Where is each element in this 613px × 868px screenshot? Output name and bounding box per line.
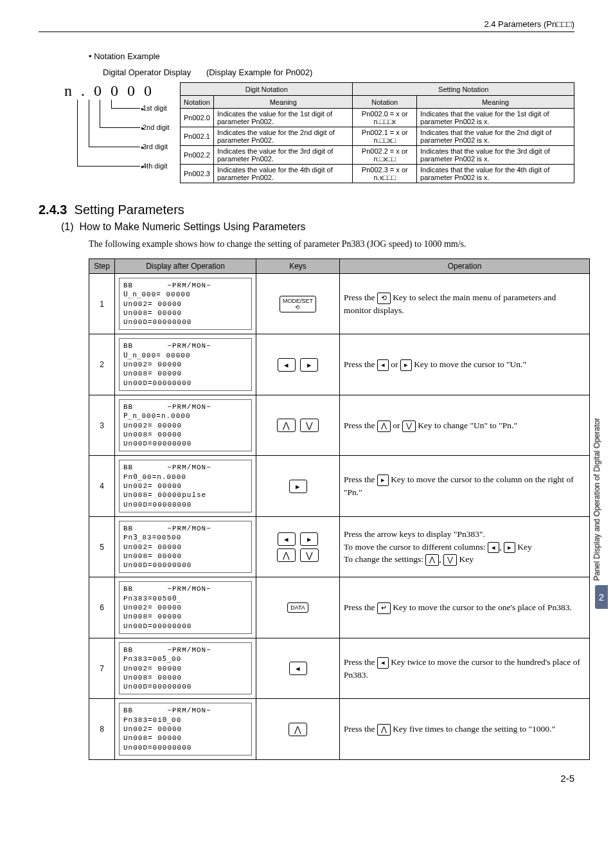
- down-key: ⋁: [300, 419, 319, 432]
- steps-table: Step Display after Operation Keys Operat…: [89, 258, 590, 760]
- diagram-value: n . 0 0 0 0: [64, 82, 180, 100]
- section-title: Setting Parameters: [75, 203, 184, 217]
- th-step: Step: [89, 259, 115, 274]
- notation-block: n . 0 0 0 0 1st digit 2nd digit 3rd digi…: [64, 82, 574, 183]
- table-cell: Indicates the value for the 1st digit of…: [213, 109, 353, 127]
- header-rule: [39, 32, 574, 32]
- up-key: ⋀: [277, 548, 296, 562]
- subsection-heading: (1) How to Make Numeric Settings Using P…: [61, 221, 574, 233]
- table-cell: Pn002.2 = x or n.□x□□: [353, 146, 417, 165]
- keys-cell: MODE/SET⟲: [256, 274, 340, 334]
- table-cell: Indicates that the value for the 1st dig…: [417, 109, 574, 127]
- table-cell: Indicates the value for the 2nd digit of…: [213, 127, 353, 146]
- dop-example: (Display Example for Pn002): [206, 68, 312, 77]
- dop-line: Digital Operator Display (Display Exampl…: [103, 68, 574, 77]
- keys-cell: ⋀: [256, 699, 340, 759]
- section-heading: 2.4.3 Setting Parameters: [39, 203, 574, 217]
- right-key: ▸: [289, 480, 307, 493]
- table-cell: Indicates that the value for the 3rd dig…: [417, 146, 574, 165]
- subsection-number: (1): [61, 221, 74, 232]
- section-number: 2.4.3: [39, 203, 67, 217]
- th-keys: Keys: [256, 259, 340, 274]
- lcd-display: BB −PRM/MON− Pn383=010̲00 Un002= 00000 U…: [115, 699, 256, 759]
- operation-cell: Press the ⟲ Key to select the main menu …: [340, 274, 590, 334]
- table-row: 7BB −PRM/MON− Pn383=005̲00 Un002= 00000 …: [89, 638, 590, 698]
- header-crumb: 2.4 Parameters (Pn□□□): [39, 19, 574, 29]
- keys-cell: ◂ ▸⋀ ⋁: [256, 516, 340, 577]
- table-row: 2BB −PRM/MON− U̲n̲000= 00000 Un002= 0000…: [89, 334, 590, 395]
- digit-diagram: n . 0 0 0 0 1st digit 2nd digit 3rd digi…: [64, 82, 180, 183]
- operation-cell: Press the ◂ Key twice to move the cursor…: [340, 638, 590, 698]
- table-cell: Indicates the value for the 3rd digit of…: [213, 146, 353, 165]
- dop-label: Digital Operator Display: [103, 68, 191, 77]
- table-cell: Pn002.0 = x or n.□□□x: [353, 109, 417, 127]
- th-notation-2: Notation: [353, 96, 417, 109]
- table-cell: Indicates that the value for the 4th dig…: [417, 165, 574, 183]
- up-key: ⋀: [277, 419, 296, 432]
- th-digit-notation: Digit Notation: [181, 83, 353, 96]
- th-setting-notation: Setting Notation: [353, 83, 574, 96]
- modeset-key: MODE/SET⟲: [280, 296, 316, 312]
- step-number: 7: [89, 638, 115, 698]
- lcd-display: BB −PRM/MON− Pn0̲00=n.0000 Un002= 00000 …: [115, 456, 256, 516]
- sidebar-chapter-badge: 2: [595, 585, 608, 609]
- right-key: ▸: [300, 358, 318, 372]
- table-cell: Indicates the value for the 4th digit of…: [213, 165, 353, 183]
- lcd-display: BB −PRM/MON− Pn3̲83=00500 Un002= 00000 U…: [115, 516, 256, 577]
- keys-cell: DATA: [256, 577, 340, 638]
- digit-2-label: 2nd digit: [143, 123, 170, 131]
- step-number: 8: [89, 699, 115, 759]
- subsection-title: How to Make Numeric Settings Using Param…: [79, 221, 305, 232]
- th-operation: Operation: [340, 259, 590, 274]
- table-row: 8BB −PRM/MON− Pn383=010̲00 Un002= 00000 …: [89, 699, 590, 759]
- operation-cell: Press the ◂ or ▸ Key to move the cursor …: [340, 334, 590, 395]
- notation-example-label: • Notation Example: [89, 51, 574, 61]
- left-key: ◂: [289, 662, 307, 675]
- th-notation-1: Notation: [181, 96, 214, 109]
- th-meaning-2: Meaning: [417, 96, 574, 109]
- down-key: ⋁: [300, 548, 319, 562]
- step-number: 1: [89, 274, 115, 334]
- lcd-display: BB −PRM/MON− U̲n̲000= 00000 Un002= 00000…: [115, 334, 256, 395]
- operation-cell: Press the arrow keys to display "Pn383".…: [340, 516, 590, 577]
- table-cell: Pn002.1 = x or n.□□x□: [353, 127, 417, 146]
- digit-4-label: 4th digit: [143, 162, 168, 170]
- operation-cell: Press the ▸ Key to move the cursor to th…: [340, 456, 590, 516]
- table-row: 6BB −PRM/MON− Pn383=00500̲ Un002= 00000 …: [89, 577, 590, 638]
- left-key: ◂: [278, 532, 296, 546]
- table-cell: Pn002.3 = x or n.x□□□: [353, 165, 417, 183]
- keys-cell: ◂: [256, 638, 340, 698]
- table-cell: Pn002.2: [181, 146, 214, 165]
- lcd-display: BB −PRM/MON− Pn383=005̲00 Un002= 00000 U…: [115, 638, 256, 698]
- lcd-display: BB −PRM/MON− Pn383=00500̲ Un002= 00000 U…: [115, 577, 256, 638]
- step-number: 3: [89, 395, 115, 455]
- table-row: 5BB −PRM/MON− Pn3̲83=00500 Un002= 00000 …: [89, 516, 590, 577]
- step-number: 4: [89, 456, 115, 516]
- operation-cell: Press the ⋀ Key five times to change the…: [340, 699, 590, 759]
- lcd-display: BB −PRM/MON− P̲n̲000=n.0000 Un002= 00000…: [115, 395, 256, 455]
- operation-cell: Press the ↵ Key to move the cursor to th…: [340, 577, 590, 638]
- table-cell: Pn002.0: [181, 109, 214, 127]
- notation-table: Digit Notation Setting Notation Notation…: [180, 82, 574, 183]
- up-key: ⋀: [289, 723, 307, 736]
- th-meaning-1: Meaning: [213, 96, 353, 109]
- table-row: 1BB −PRM/MON− U̲n̲000= 00000 Un002= 0000…: [89, 274, 590, 334]
- sidebar-chapter-label: Panel Display and Operation of Digital O…: [592, 418, 601, 581]
- lcd-display: BB −PRM/MON− U̲n̲000= 00000 Un002= 00000…: [115, 274, 256, 334]
- table-cell: Pn002.3: [181, 165, 214, 183]
- operation-cell: Press the ⋀ or ⋁ Key to change "Un" to "…: [340, 395, 590, 455]
- left-key: ◂: [278, 358, 296, 372]
- table-cell: Pn002.1: [181, 127, 214, 146]
- table-row: 4BB −PRM/MON− Pn0̲00=n.0000 Un002= 00000…: [89, 456, 590, 516]
- intro-text: The following example shows how to chang…: [89, 239, 574, 249]
- step-number: 2: [89, 334, 115, 395]
- right-key: ▸: [300, 532, 318, 546]
- th-display: Display after Operation: [115, 259, 256, 274]
- keys-cell: ▸: [256, 456, 340, 516]
- keys-cell: ⋀ ⋁: [256, 395, 340, 455]
- table-cell: Indicates that the value for the 2nd dig…: [417, 127, 574, 146]
- keys-cell: ◂ ▸: [256, 334, 340, 395]
- digit-3-label: 3rd digit: [143, 143, 168, 150]
- step-number: 6: [89, 577, 115, 638]
- data-key: DATA: [287, 602, 308, 613]
